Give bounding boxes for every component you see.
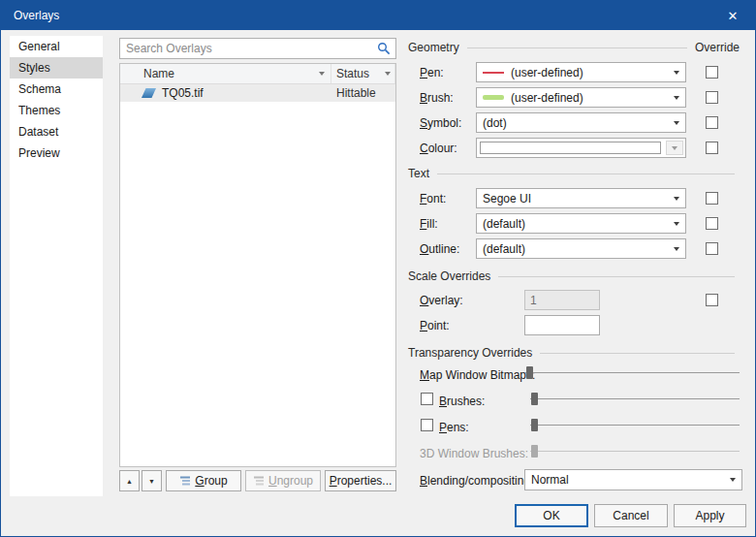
outline-select[interactable]: (default) (476, 238, 686, 259)
pens-checkbox[interactable] (421, 419, 433, 431)
close-icon[interactable]: ✕ (710, 1, 755, 30)
colour-swatch (480, 142, 661, 154)
map-window-bitmaps-slider[interactable] (525, 366, 740, 379)
move-up-button[interactable]: ▲ (119, 470, 140, 491)
fill-override-checkbox[interactable] (706, 217, 718, 230)
cancel-button[interactable]: Cancel (594, 504, 668, 527)
three-d-window-brushes-slider (530, 445, 740, 458)
section-header-scale-overrides: Scale Overrides (408, 269, 742, 283)
chevron-down-icon (730, 478, 736, 482)
symbol-label: Symbol: (420, 116, 461, 130)
chevron-down-icon (674, 121, 679, 125)
group-icon (179, 475, 191, 487)
scale-overrides-section-title: Scale Overrides (408, 269, 490, 283)
map-layer-icon (142, 88, 156, 98)
brush-style-swatch (483, 95, 504, 100)
font-override-checkbox[interactable] (706, 192, 718, 205)
column-status-label: Status (336, 67, 369, 80)
titlebar[interactable]: Overlays ✕ (1, 1, 755, 30)
blending-compositing-select[interactable]: Normal (524, 469, 742, 490)
map-window-bitmaps-label: Map Window Bitmaps: (420, 368, 535, 382)
chevron-down-icon (674, 247, 679, 251)
name-filter-icon[interactable] (319, 72, 325, 76)
ok-button[interactable]: OK (515, 504, 588, 527)
properties-button-label: Properties... (330, 474, 393, 488)
overlay-scale-label: Overlay: (420, 294, 463, 307)
override-column-label: Override (695, 41, 740, 54)
overlays-dialog: Overlays ✕ General Styles Schema Themes … (0, 0, 756, 537)
point-scale-label: Point: (420, 319, 450, 332)
slider-track (530, 398, 740, 399)
column-name-label: Name (143, 67, 174, 80)
ungroup-button[interactable]: Ungroup (245, 470, 321, 491)
slider-thumb[interactable] (531, 393, 538, 405)
pen-value: (user-defined) (511, 66, 674, 79)
brushes-label: Brushes: (439, 395, 485, 408)
chevron-down-icon (674, 96, 679, 100)
colour-select[interactable] (476, 138, 686, 158)
move-down-button[interactable]: ▼ (142, 470, 162, 491)
colour-label: Colour: (420, 142, 457, 155)
column-header-name[interactable]: Name (120, 64, 331, 83)
up-arrow-icon: ▲ (126, 478, 133, 485)
symbol-value: (dot) (483, 116, 674, 130)
pens-label: Pens: (439, 421, 469, 434)
outline-override-checkbox[interactable] (706, 242, 718, 255)
overlay-name: TQ05.tif (162, 86, 204, 100)
brushes-slider[interactable] (530, 393, 740, 405)
ungroup-button-label: Ungroup (268, 474, 313, 488)
group-button-label: Group (195, 474, 227, 488)
text-section-title: Text (408, 167, 429, 180)
group-button[interactable]: Group (166, 470, 241, 491)
colour-dropdown-button[interactable] (666, 141, 683, 155)
status-filter-icon[interactable] (385, 72, 391, 76)
properties-button[interactable]: Properties... (325, 470, 396, 491)
pen-style-swatch (483, 72, 504, 74)
sidebar-item-dataset[interactable]: Dataset (10, 121, 103, 142)
column-header-status[interactable]: Status (331, 64, 395, 83)
point-scale-input[interactable] (524, 315, 600, 335)
pen-override-checkbox[interactable] (706, 66, 718, 79)
pen-select[interactable]: (user-defined) (476, 62, 686, 82)
section-header-transparency-overrides: Transparency Overrides (408, 346, 742, 360)
overlay-scale-override-checkbox[interactable] (706, 294, 718, 306)
outline-label: Outline: (420, 242, 459, 256)
brush-value: (user-defined) (511, 91, 674, 105)
list-item-overlay[interactable]: TQ05.tif Hittable (120, 84, 395, 102)
outline-value: (default) (483, 242, 674, 256)
fill-select[interactable]: (default) (476, 213, 686, 234)
overlay-status: Hittable (331, 86, 395, 100)
pens-slider[interactable] (530, 419, 740, 431)
overlay-scale-input[interactable] (524, 290, 600, 310)
overlay-list: Name Status TQ05.tif Hittable (119, 63, 396, 467)
sidebar-item-styles[interactable]: Styles (10, 57, 103, 79)
apply-button[interactable]: Apply (674, 504, 746, 527)
slider-thumb[interactable] (526, 366, 533, 379)
list-header: Name Status (120, 64, 395, 84)
symbol-override-checkbox[interactable] (706, 116, 718, 129)
three-d-window-brushes-label: 3D Window Brushes: (420, 447, 528, 460)
sidebar-item-preview[interactable]: Preview (10, 142, 103, 164)
search-input[interactable] (120, 39, 377, 58)
sidebar-item-general[interactable]: General (10, 36, 103, 57)
geometry-section-title: Geometry (408, 41, 459, 54)
pen-label: Pen: (420, 66, 444, 79)
brush-label: Brush: (420, 91, 454, 105)
transparency-overrides-section-title: Transparency Overrides (408, 346, 532, 360)
ungroup-icon (253, 475, 265, 487)
blending-compositing-value: Normal (531, 473, 730, 487)
brush-select[interactable]: (user-defined) (476, 87, 686, 108)
sidebar-item-themes[interactable]: Themes (10, 100, 103, 121)
fill-label: Fill: (420, 217, 438, 231)
brushes-checkbox[interactable] (421, 393, 433, 405)
symbol-select[interactable]: (dot) (476, 112, 686, 133)
font-select[interactable]: Segoe UI (476, 188, 686, 208)
blending-compositing-label: Blending/compositing: (420, 474, 533, 488)
overlay-name-cell: TQ05.tif (120, 86, 331, 100)
down-arrow-icon: ▼ (148, 478, 155, 485)
brush-override-checkbox[interactable] (706, 91, 718, 104)
sidebar-item-schema[interactable]: Schema (10, 79, 103, 100)
slider-thumb[interactable] (531, 419, 538, 431)
colour-override-checkbox[interactable] (706, 142, 718, 154)
slider-track (530, 451, 740, 452)
